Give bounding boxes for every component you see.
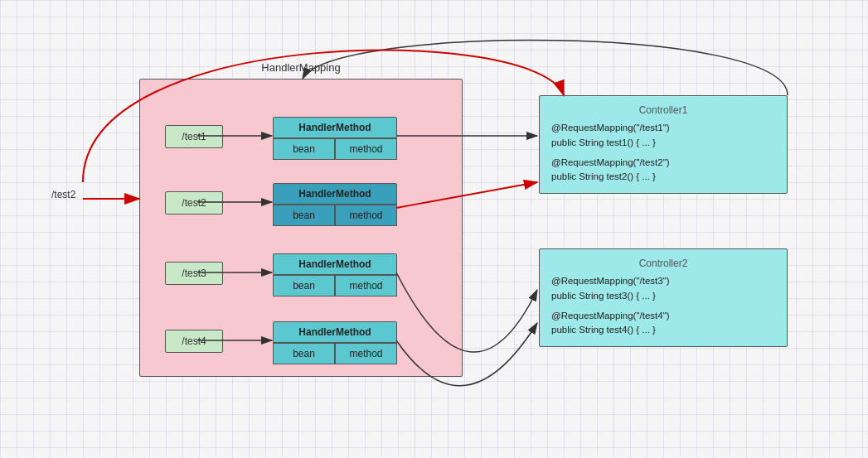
controller2-label: Controller2 xyxy=(551,258,775,269)
route-box-test2: /test2 xyxy=(165,191,223,215)
handler-method-cells-1: bean method xyxy=(273,138,397,160)
handler-cell-method-2: method xyxy=(335,205,397,226)
handler-method-group-3: HandlerMethod bean method xyxy=(273,253,397,296)
controller2-code: @RequestMapping("/test3") public String … xyxy=(551,274,775,338)
handler-method-cells-3: bean method xyxy=(273,275,397,296)
route-box-test4: /test4 xyxy=(165,330,223,353)
controller1-line3: @RequestMapping("/test2") xyxy=(551,156,775,171)
diagram-container: HandlerMapping /test1 HandlerMethod bean… xyxy=(0,0,868,458)
controller1-label: Controller1 xyxy=(551,104,775,116)
handler-mapping-box: HandlerMapping /test1 HandlerMethod bean… xyxy=(139,79,463,377)
handler-cell-bean-3: bean xyxy=(273,275,335,296)
handler-method-group-2: HandlerMethod bean method xyxy=(273,183,397,226)
handler-method-header-4: HandlerMethod xyxy=(273,321,397,343)
controller1-box: Controller1 @RequestMapping("/test1") pu… xyxy=(539,95,788,194)
handler-cell-bean-2: bean xyxy=(273,205,335,226)
route-box-test1: /test1 xyxy=(165,125,223,148)
controller2-box: Controller2 @RequestMapping("/test3") pu… xyxy=(539,248,788,347)
route-box-test3: /test3 xyxy=(165,262,223,285)
handler-cell-method-3: method xyxy=(335,275,397,296)
handler-method-group-1: HandlerMethod bean method xyxy=(273,117,397,160)
handler-method-header-1: HandlerMethod xyxy=(273,117,397,138)
handler-mapping-label: HandlerMapping xyxy=(261,61,340,74)
controller2-line1: @RequestMapping("/test3") xyxy=(551,274,775,289)
handler-cell-method-1: method xyxy=(335,138,397,160)
controller1-line1: @RequestMapping("/test1") xyxy=(551,121,775,136)
controller2-line3: @RequestMapping("/test4") xyxy=(551,309,775,324)
handler-method-header-3: HandlerMethod xyxy=(273,253,397,275)
controller1-code: @RequestMapping("/test1") public String … xyxy=(551,121,775,185)
controller2-line4: public String test4() { ... } xyxy=(551,323,775,338)
controller2-line2: public String test3() { ... } xyxy=(551,289,775,304)
handler-method-group-4: HandlerMethod bean method xyxy=(273,321,397,364)
handler-method-cells-4: bean method xyxy=(273,343,397,364)
incoming-request-label: /test2 xyxy=(51,189,75,200)
controller1-line4: public String test2() { ... } xyxy=(551,170,775,185)
handler-cell-bean-4: bean xyxy=(273,343,335,364)
handler-cell-bean-1: bean xyxy=(273,138,335,160)
controller1-line2: public String test1() { ... } xyxy=(551,136,775,151)
handler-method-header-2: HandlerMethod xyxy=(273,183,397,205)
handler-cell-method-4: method xyxy=(335,343,397,364)
handler-method-cells-2: bean method xyxy=(273,205,397,226)
